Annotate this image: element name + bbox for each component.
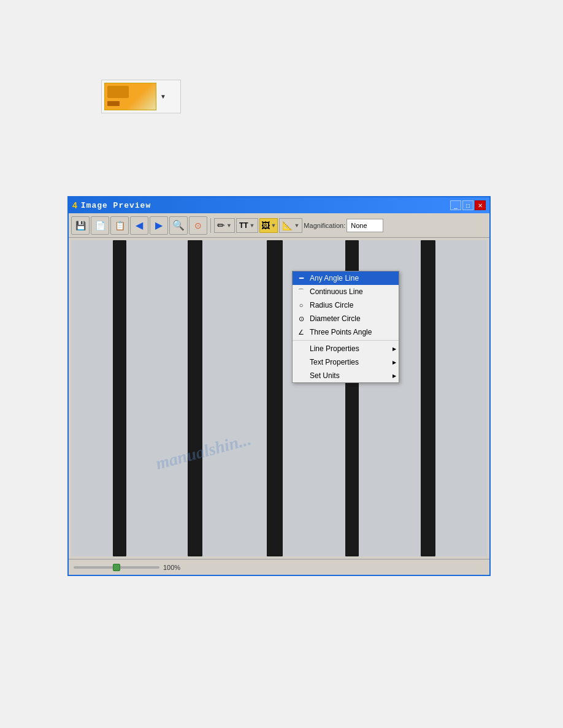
widget-dropdown-arrow[interactable]: ▼ xyxy=(159,93,167,101)
new-button[interactable]: 📄 xyxy=(91,216,109,235)
zoom-out-button[interactable]: 🔍 xyxy=(169,216,188,235)
copy-icon: 📋 xyxy=(115,221,125,230)
window-icon: 4 xyxy=(72,200,77,210)
top-toolbar-widget[interactable]: ▼ xyxy=(101,80,181,113)
separator-1 xyxy=(210,218,211,233)
menu-item-text-properties-label: Text Properties xyxy=(310,358,359,366)
minimize-button[interactable]: _ xyxy=(450,200,461,210)
black-line-2 xyxy=(188,240,202,556)
zoom-slider-track[interactable] xyxy=(74,566,159,569)
zoom-in-icon: ⊙ xyxy=(194,221,202,230)
toolbar: 💾 📄 📋 ◀ ▶ 🔍 ⊙ ✏ ▼ TT ▼ xyxy=(69,213,489,238)
menu-item-continuous-line[interactable]: ⌒ Continuous Line xyxy=(293,285,399,298)
title-bar: 4 Image Preview _ □ ✕ xyxy=(69,197,489,213)
pencil-dropdown-arrow: ▼ xyxy=(226,222,232,229)
black-line-1 xyxy=(113,240,126,556)
zoom-in-button[interactable]: ⊙ xyxy=(189,216,207,235)
pencil-icon: ✏ xyxy=(217,220,225,231)
save-button[interactable]: 💾 xyxy=(71,216,90,235)
microscope-image: manualshin... ━ Any Angle Line ⌒ Continu… xyxy=(71,240,487,556)
magnification-value: None xyxy=(347,219,383,232)
new-icon: 📄 xyxy=(95,221,105,230)
measurement-dropdown[interactable]: 📐 ▼ xyxy=(279,218,302,233)
zoom-slider-container xyxy=(74,566,159,569)
menu-item-line-properties[interactable]: Line Properties xyxy=(293,342,399,355)
black-line-5 xyxy=(421,240,435,556)
copy-button[interactable]: 📋 xyxy=(110,216,129,235)
zoom-slider-thumb[interactable] xyxy=(113,564,120,571)
next-button[interactable]: ▶ xyxy=(150,216,168,235)
zoom-percent-label: 100% xyxy=(163,564,180,571)
menu-separator-1 xyxy=(293,340,399,341)
image-dropdown[interactable]: 🖼 ▼ xyxy=(259,218,278,233)
continuous-line-icon: ⌒ xyxy=(296,287,306,297)
menu-item-set-units-label: Set Units xyxy=(310,371,340,380)
black-line-3 xyxy=(267,240,283,556)
three-points-angle-icon: ∠ xyxy=(296,327,306,337)
menu-item-any-angle-line-label: Any Angle Line xyxy=(310,274,359,282)
menu-item-radius-circle[interactable]: ○ Radius Circle xyxy=(293,298,399,312)
status-bar: 100% xyxy=(69,559,489,575)
menu-item-three-points-angle-label: Three Points Angle xyxy=(310,328,372,336)
watermark: manualshin... xyxy=(153,430,253,474)
image-icon: 🖼 xyxy=(261,221,270,230)
menu-item-radius-circle-label: Radius Circle xyxy=(310,301,353,309)
maximize-button[interactable]: □ xyxy=(462,200,473,210)
diameter-circle-icon: ⊙ xyxy=(296,314,306,324)
menu-item-line-properties-label: Line Properties xyxy=(310,344,359,353)
context-menu: ━ Any Angle Line ⌒ Continuous Line ○ Rad… xyxy=(292,271,399,383)
zoom-out-icon: 🔍 xyxy=(172,219,185,231)
save-icon: 💾 xyxy=(75,221,86,230)
pencil-dropdown[interactable]: ✏ ▼ xyxy=(214,218,235,233)
text-dropdown-arrow: ▼ xyxy=(250,222,255,229)
image-dropdown-arrow: ▼ xyxy=(271,222,277,229)
text-icon: TT xyxy=(239,221,248,230)
text-dropdown[interactable]: TT ▼ xyxy=(236,218,258,233)
menu-item-continuous-line-label: Continuous Line xyxy=(310,287,363,296)
image-area[interactable]: manualshin... ━ Any Angle Line ⌒ Continu… xyxy=(71,240,487,556)
close-button[interactable]: ✕ xyxy=(475,200,486,210)
menu-item-diameter-circle-label: Diameter Circle xyxy=(310,314,361,323)
prev-button[interactable]: ◀ xyxy=(130,216,148,235)
title-bar-left: 4 Image Preview xyxy=(72,200,151,210)
measurement-dropdown-arrow: ▼ xyxy=(294,222,299,229)
widget-icon xyxy=(104,83,156,110)
menu-item-set-units[interactable]: Set Units xyxy=(293,369,399,382)
image-preview-window: 4 Image Preview _ □ ✕ 💾 📄 📋 ◀ ▶ 🔍 ⊙ xyxy=(67,196,491,576)
menu-item-diameter-circle[interactable]: ⊙ Diameter Circle xyxy=(293,312,399,325)
magnification-label: Magnification: xyxy=(304,222,345,229)
prev-icon: ◀ xyxy=(136,219,143,231)
menu-item-three-points-angle[interactable]: ∠ Three Points Angle xyxy=(293,325,399,339)
radius-circle-icon: ○ xyxy=(296,300,306,310)
menu-item-any-angle-line[interactable]: ━ Any Angle Line xyxy=(293,271,399,285)
any-angle-line-icon: ━ xyxy=(296,273,306,283)
window-controls: _ □ ✕ xyxy=(450,200,486,210)
measurement-icon: 📐 xyxy=(282,221,293,230)
window-title: Image Preview xyxy=(81,201,151,210)
menu-item-text-properties[interactable]: Text Properties xyxy=(293,355,399,369)
next-icon: ▶ xyxy=(155,219,163,231)
